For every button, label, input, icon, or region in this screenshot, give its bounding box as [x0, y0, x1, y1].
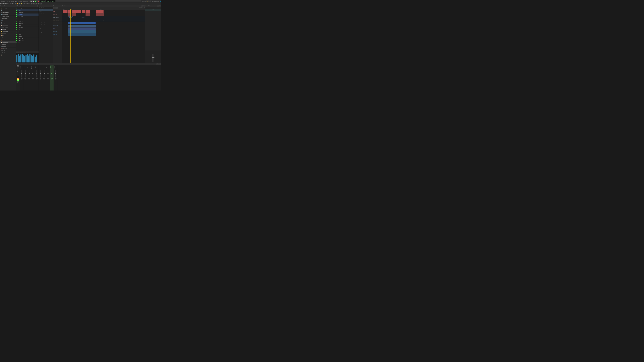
noise-hat-clip[interactable]	[68, 30, 96, 33]
playlist-maximize[interactable]: □	[142, 5, 144, 6]
vocal-dist-clip-3[interactable]	[86, 13, 90, 16]
playlist-minimize[interactable]: −	[141, 5, 142, 6]
mixer-fader-2[interactable]	[21, 70, 22, 78]
stop-button[interactable]: ⏹	[32, 0, 34, 2]
mixer-pan-knob-sub[interactable]	[55, 78, 56, 79]
mixer-fader-3[interactable]	[25, 70, 26, 78]
rp-close-btn[interactable]: ×	[160, 5, 160, 6]
instrument-item[interactable]: Stomper Lazer SFX ↑	[38, 33, 53, 35]
sidebar-item-channel-presets[interactable]: 🎛 Channel presets	[0, 15, 16, 18]
eq-slot-3[interactable]: flaty	[145, 11, 161, 13]
edit-tool-1[interactable]: ⊞	[31, 3, 32, 4]
sidebar-item-plugin-presets[interactable]: ⚙️ Plugin presets	[0, 13, 16, 15]
clap-clip[interactable]	[68, 27, 96, 30]
instrument-select[interactable]: Kick Snare Hat	[27, 3, 30, 4]
instrument-item[interactable]: SFX Disto ↑	[38, 11, 53, 13]
vocal-clip-1[interactable]	[64, 10, 68, 13]
vocal-dist-clip-2[interactable]	[72, 13, 76, 16]
menu-tools[interactable]: TOOLS	[22, 0, 26, 2]
instrument-item-linn-tom[interactable]: Linn Tom ≫	[38, 35, 53, 37]
edit-tool-4[interactable]: ⊡	[36, 3, 38, 4]
mixer-fader-noise[interactable]	[40, 70, 41, 78]
mixer-fader-knob-clap[interactable]	[36, 73, 37, 73]
mixer-fader-4[interactable]	[29, 70, 29, 78]
right-fader-knob-1[interactable]	[152, 57, 153, 58]
eq-slot-none3[interactable]: (none)	[145, 27, 161, 29]
sidebar-item-misc[interactable]: 📦 Misc	[0, 35, 16, 37]
sidebar-item-demo-projects[interactable]: 🎼 Demo projects	[0, 26, 16, 28]
rewind-button[interactable]: ⏮	[30, 0, 32, 2]
eq-slot-hat3[interactable]: Hat 3	[145, 15, 161, 17]
pl-tool-2[interactable]: ✂	[55, 7, 56, 8]
channel-name[interactable]: Ride 2	[19, 29, 38, 30]
channel-name[interactable]: Sidec..gger	[19, 7, 38, 8]
minimize-button[interactable]: 🔔	[146, 0, 148, 2]
mixer-pan-knob-master[interactable]	[17, 81, 18, 83]
edit-tool-7[interactable]: ↑	[41, 3, 42, 4]
sidebar-item-scores[interactable]: 🎵 Scores	[0, 20, 16, 22]
channel-name[interactable]: SFX C..oisy	[19, 38, 38, 39]
sidebar-item-recent-files[interactable]: 🕐 Recent files	[0, 9, 16, 11]
kick-clip-main[interactable]	[68, 22, 96, 24]
mixer-fader-knob-2[interactable]	[21, 73, 22, 74]
mixer-pan-knob-cymbal[interactable]	[44, 78, 45, 79]
vocal-clip-4[interactable]	[76, 10, 81, 13]
channel-name[interactable]: SFX 8..Drop	[19, 42, 38, 43]
channel-name[interactable]: Ride 1	[19, 25, 38, 26]
mixer-pan-knob-2[interactable]	[21, 78, 22, 79]
open-hat-clip[interactable]	[68, 33, 96, 36]
sidebar-item-sliced-audio[interactable]: ✂️ Sliced audio	[0, 48, 16, 50]
mixer-fader-knob-5[interactable]	[32, 73, 33, 74]
mixer-mute-master[interactable]: M	[17, 66, 18, 67]
instrument-item[interactable]: SFX Cym Noisy #2 ↑	[38, 23, 53, 25]
instrument-item[interactable]: SFX 8bit Drop ↑	[38, 25, 53, 27]
eq-slot-hat4[interactable]: Hat 4	[145, 17, 161, 19]
sidebar-item-clipboard[interactable]: 📋 Clipboard files	[0, 24, 16, 26]
mixer-fader-knob-noise[interactable]	[40, 73, 41, 74]
edit-tool-3[interactable]: ⊞	[34, 3, 36, 4]
sidebar-item-my-projects[interactable]: 🗂 My projects	[0, 37, 16, 39]
mixer-fader-knob-cymbal[interactable]	[44, 73, 45, 74]
rp-min-btn[interactable]: −	[157, 5, 158, 6]
menu-edit[interactable]: EDIT	[3, 0, 6, 2]
sidebar-item-speech[interactable]: 🗣 Speech	[0, 52, 16, 54]
instrument-item[interactable]: Toy Scritch SFX ↑	[38, 15, 53, 17]
channel-name[interactable]: Break Kick	[19, 16, 38, 17]
eq-slot-1[interactable]: (none)	[145, 7, 161, 9]
mixer-pan-knob-ride[interactable]	[47, 78, 49, 79]
vocal-dist-clip-1[interactable]	[68, 13, 71, 16]
instrument-item[interactable]: FLS_Gun 001 ↑	[38, 13, 53, 15]
mixer-fader-knob-bassline[interactable]	[51, 73, 52, 73]
edit-tool-2[interactable]: ⊡	[32, 3, 34, 4]
menu-options[interactable]: OPTIONS	[17, 0, 22, 2]
mixer-fader-knob-ride[interactable]	[48, 73, 48, 74]
sidebar-item-plugin-database[interactable]: 🔌 Plugin database	[0, 11, 16, 13]
mixer-wide-select[interactable]: Wide Compact	[156, 63, 161, 64]
channel-name[interactable]: Toy..h SFX	[19, 31, 38, 32]
sidebar-item-current-project[interactable]: 📁 Current project	[0, 7, 16, 9]
mixer-fader-5[interactable]	[33, 70, 33, 78]
edit-tool-6[interactable]: ↓	[40, 3, 40, 4]
channel-name[interactable]: Nois..mbal	[19, 27, 38, 28]
pl-tool-3[interactable]: 🔍	[56, 7, 58, 8]
right-fader-track-1[interactable]	[152, 54, 152, 62]
bpm-display[interactable]: 128.000	[40, 0, 45, 2]
mixer-pan-knob-4[interactable]	[28, 78, 30, 79]
mode-btn-link[interactable]: 🔗	[18, 3, 20, 4]
right-fader-knob-2[interactable]	[153, 57, 154, 58]
sidebar-item-impulses[interactable]: ⚡ Impulses	[0, 33, 16, 35]
channel-name[interactable]: Crash #2	[19, 36, 38, 37]
channel-name[interactable]: Kick	[19, 10, 38, 11]
vocal-clip-6[interactable]	[86, 10, 90, 13]
rack-settings-btn[interactable]: ⚙	[37, 5, 38, 6]
mode-btn-star[interactable]: ⭐	[21, 3, 22, 4]
sidebar-item-project-bones[interactable]: 🦴 Project bones	[0, 41, 16, 43]
mixer-fader-bassline[interactable]	[52, 70, 52, 78]
sidebar-item-backup[interactable]: 💾 Backup	[0, 22, 16, 24]
sidebar-item-rendered[interactable]: 🔊 Rendered	[0, 45, 16, 48]
record-button[interactable]: ⏺	[37, 0, 40, 2]
menu-patterns[interactable]: PATTERNS	[8, 0, 14, 2]
menu-help[interactable]: HELP	[26, 0, 29, 2]
mixer-fader-ride[interactable]	[48, 70, 48, 78]
sidebar-item-soundfonts[interactable]: 🎹 Soundfonts	[0, 50, 16, 52]
